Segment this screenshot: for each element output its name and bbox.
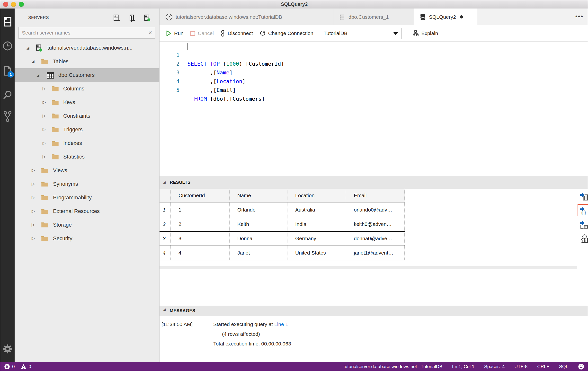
folder-icon [52,99,59,105]
task-history-icon[interactable] [0,39,15,53]
new-server-group-icon[interactable] [129,15,135,22]
collapsed-arrow-icon[interactable] [32,164,35,177]
clear-search-icon[interactable]: ✕ [146,30,155,36]
tab-server-dashboard[interactable]: tutorialserver.database.windows.net:Tuto… [159,9,333,25]
line-1-link[interactable]: Line 1 [274,321,288,327]
servers-sidebar: SERVERS ✕ tutorialserver.database.window… [15,9,159,362]
expand-arrow-icon[interactable] [36,68,39,82]
collapsed-arrow-icon[interactable] [32,177,35,191]
database-icon [420,13,426,21]
database-dropdown[interactable]: TutorialDB [320,28,401,39]
tree-item-storage[interactable]: Storage [15,218,159,232]
errors-icon[interactable] [4,364,10,370]
tab-sqlquery2[interactable]: SQLQuery2 [414,9,477,25]
open-editors-icon[interactable]: 1 [0,64,15,78]
toolbar-separator [406,29,406,38]
column-header[interactable]: CustomerId [171,189,230,203]
status-indentation[interactable]: Spaces: 4 [484,364,505,369]
message-timestamp: [11:34:50 AM] [161,320,193,329]
collapsed-arrow-icon[interactable] [42,123,46,136]
new-connection-icon[interactable] [113,15,120,22]
tree-item-views[interactable]: Views [15,164,159,177]
tree-item-synonyms[interactable]: Synonyms [15,177,159,191]
tree-item-server[interactable]: tutorialserver.database.windows.n... [15,41,159,55]
tree-item-columns[interactable]: Columns [15,82,159,95]
messages-section-header[interactable]: MESSAGES [159,306,588,316]
close-window-button[interactable] [3,2,8,7]
results-section-header[interactable]: RESULTS [159,176,588,189]
folder-icon [52,126,59,133]
tree-item-programmability[interactable]: Programmability [15,191,159,205]
expand-arrow-icon[interactable] [32,55,34,68]
sidebar-title: SERVERS [28,9,49,27]
horizontal-scrollbar[interactable] [159,266,577,269]
tree-item-statistics[interactable]: Statistics [15,150,159,164]
settings-gear-icon[interactable] [0,342,15,356]
search-view-icon[interactable] [0,88,15,102]
column-header[interactable]: Name [230,189,287,203]
query-toolbar: Run Cancel Disconnect Change Connection … [159,25,588,41]
collapsed-arrow-icon[interactable] [42,82,46,95]
table-row[interactable]: 4 4 Janet United States janet1@advent… [159,246,405,260]
window-title: SQLQuery2 [0,0,588,9]
more-actions-icon[interactable]: ••• [575,9,583,25]
folder-icon [52,140,59,146]
cancel-button[interactable]: Cancel [190,31,214,36]
message-line: Total execution time: 00:00:00.063 [159,340,573,348]
collapsed-arrow-icon[interactable] [32,205,35,218]
table-row[interactable]: 1 1 Orlando Australia orlando0@adv… [159,203,405,217]
tree-item-external-resources[interactable]: External Resources [15,205,159,218]
collapsed-arrow-icon[interactable] [42,95,46,109]
folder-icon [52,85,59,92]
column-header[interactable]: Email [346,189,405,203]
warnings-icon[interactable] [21,364,27,370]
collapsed-arrow-icon[interactable] [32,191,35,205]
disconnect-button[interactable]: Disconnect [220,30,253,37]
feedback-smiley-icon[interactable] [578,363,584,370]
status-cursor-position[interactable]: Ln 1, Col 1 [452,364,474,369]
status-connection[interactable]: tutorialserver.database.windows.net : Tu… [344,364,442,369]
change-connection-button[interactable]: Change Connection [260,30,314,36]
column-header[interactable]: Location [287,189,346,203]
folder-icon [41,58,48,64]
folder-icon [41,235,48,241]
save-as-excel-icon[interactable] [580,220,588,229]
explain-button[interactable]: Explain [412,30,438,36]
collapsed-arrow-icon[interactable] [42,109,46,123]
collapsed-arrow-icon[interactable] [42,150,46,164]
warning-count: 0 [29,364,31,369]
status-eol[interactable]: CRLF [537,364,549,369]
source-control-icon[interactable] [0,110,15,123]
status-encoding[interactable]: UTF-8 [514,364,528,369]
tree-item-triggers[interactable]: Triggers [15,123,159,136]
tree-item-tables[interactable]: Tables [15,55,159,68]
tree-item-dbo-customers[interactable]: dbo.Customers [15,68,159,82]
status-language[interactable]: SQL [559,364,568,369]
collapse-results-icon[interactable] [163,176,166,189]
save-as-json-icon[interactable]: {} [580,206,588,215]
tab-dbo-customers-1[interactable]: dbo.Customers_1 [333,9,414,25]
expand-arrow-icon[interactable] [27,41,29,55]
maximize-window-button[interactable] [19,2,24,7]
table-row[interactable]: 2 2 Keith India keith0@adven… [159,217,405,232]
sql-editor[interactable]: 1 SELECT TOP (1000) [CustomerId] 2 ,[Nam… [159,41,588,176]
server-search-input[interactable] [19,30,146,36]
minimize-window-button[interactable] [11,2,16,7]
table-row[interactable]: 3 3 Donna Germany donna0@adve… [159,232,405,246]
server-search-box: ✕ [19,27,155,39]
tree-item-constraints[interactable]: Constraints [15,109,159,123]
collapsed-arrow-icon[interactable] [42,136,46,150]
activity-bar: 1 [0,9,15,362]
tree-item-security[interactable]: Security [15,232,159,245]
collapse-messages-icon[interactable] [163,304,166,315]
active-connections-icon[interactable] [144,15,150,22]
collapsed-arrow-icon[interactable] [32,232,35,245]
collapsed-arrow-icon[interactable] [32,218,35,232]
tree-item-indexes[interactable]: Indexes [15,136,159,150]
tree-item-keys[interactable]: Keys [15,95,159,109]
view-as-chart-icon[interactable] [580,234,588,243]
run-button[interactable]: Run [166,30,184,36]
chevron-down-icon [393,32,398,35]
servers-view-icon[interactable] [0,15,15,29]
save-as-csv-icon[interactable] [580,192,588,201]
